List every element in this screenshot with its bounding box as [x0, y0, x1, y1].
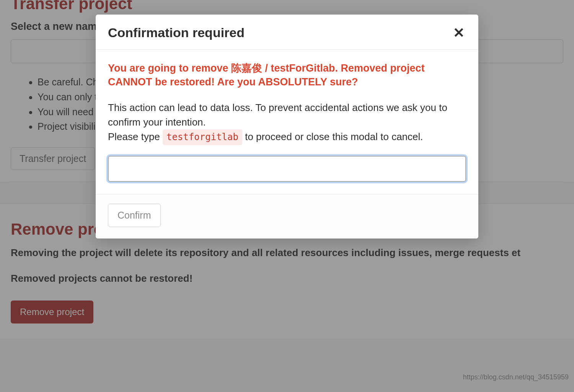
modal-body-line1: This action can lead to data loss. To pr… — [108, 102, 447, 128]
confirmation-modal: Confirmation required ✕ You are going to… — [96, 15, 478, 238]
modal-title: Confirmation required — [108, 25, 245, 40]
close-icon[interactable]: ✕ — [452, 26, 466, 40]
modal-body-text: This action can lead to data loss. To pr… — [108, 101, 466, 145]
confirm-button[interactable]: Confirm — [108, 204, 161, 227]
confirmation-input[interactable] — [108, 156, 466, 182]
modal-body-pre: Please type — [108, 131, 163, 142]
modal-warning-text: You are going to remove 陈嘉俊 / testForGit… — [108, 61, 466, 89]
confirmation-code: testforgitlab — [163, 129, 242, 145]
modal-body-post: to proceed or close this modal to cancel… — [242, 131, 423, 142]
